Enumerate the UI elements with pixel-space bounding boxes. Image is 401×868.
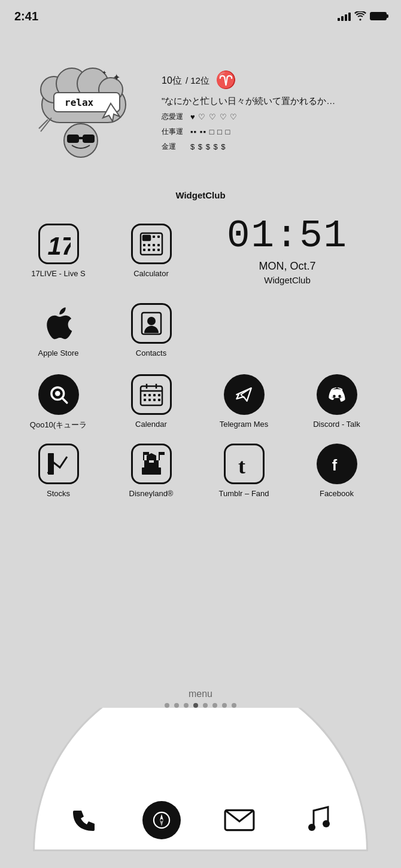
app-disneyland[interactable]: Disneyland®: [105, 438, 198, 503]
app-icon-17live: 17: [38, 224, 79, 264]
menu-dot-5[interactable]: [203, 703, 208, 708]
svg-rect-40: [153, 394, 156, 396]
app-stocks[interactable]: Stocks: [12, 438, 105, 503]
app-label-telegram: Telegram Mes: [220, 420, 269, 429]
app-calculator[interactable]: Calculator: [105, 218, 198, 283]
menu-dot-4[interactable]: [193, 703, 198, 708]
svg-rect-43: [148, 399, 151, 401]
app-label-stocks: Stocks: [47, 489, 70, 498]
app-icon-calendar: [131, 374, 172, 415]
app-row-1: 17 17LIVE - Live S: [0, 209, 401, 291]
svg-rect-58: [160, 452, 165, 455]
fortune-work: 仕事運 ▪▪ ▪▪ □ □ □: [162, 127, 383, 137]
menu-dots: [165, 703, 236, 708]
svg-rect-25: [143, 249, 145, 251]
menu-bottom-icons: [21, 780, 380, 851]
svg-text:f: f: [332, 457, 337, 473]
app-label-apple-store: Apple Store: [38, 349, 79, 357]
clock-time: 01:51: [227, 215, 348, 258]
menu-dot-8[interactable]: [232, 703, 236, 708]
svg-rect-54: [150, 456, 153, 460]
app-row-4: Stocks Disneyland®: [0, 438, 401, 503]
svg-text:t: t: [238, 454, 245, 477]
app-qoo10[interactable]: Qoo10(キューラ: [12, 368, 105, 435]
svg-point-30: [147, 317, 156, 325]
svg-text:✦: ✦: [113, 72, 120, 82]
app-icon-discord: [317, 374, 357, 415]
svg-marker-63: [160, 820, 163, 826]
svg-rect-38: [144, 394, 146, 396]
app-icon-disneyland: [131, 444, 172, 484]
menu-icon-music[interactable]: [298, 801, 336, 839]
status-time: 2:41: [14, 10, 38, 23]
svg-point-66: [323, 820, 330, 827]
zodiac-sign: ♈: [215, 70, 236, 90]
menu-arc-container: [21, 708, 380, 851]
app-label-calendar: Calendar: [135, 420, 167, 429]
svg-point-46: [333, 395, 336, 398]
menu-dot-6[interactable]: [212, 703, 217, 708]
svg-rect-13: [79, 137, 83, 139]
svg-rect-22: [148, 244, 150, 246]
signal-icon: [338, 11, 351, 21]
svg-rect-51: [149, 463, 154, 469]
app-icon-contacts: [131, 303, 172, 344]
svg-rect-39: [148, 394, 151, 396]
app-icon-facebook: f: [317, 444, 357, 484]
app-label-discord: Discord - Talk: [313, 420, 360, 429]
menu-dot-1[interactable]: [165, 703, 169, 708]
svg-point-32: [54, 391, 60, 396]
svg-rect-11: [67, 135, 79, 143]
svg-rect-41: [158, 394, 160, 396]
app-discord[interactable]: Discord - Talk: [290, 368, 383, 435]
app-apple-store[interactable]: Apple Store: [12, 297, 105, 362]
svg-rect-44: [153, 399, 156, 401]
app-label-tumblr: Tumblr – Fand: [218, 489, 269, 498]
app-icon-qoo10: [38, 374, 79, 415]
app-icon-stocks: [38, 444, 79, 484]
app-label-calculator: Calculator: [133, 269, 169, 278]
svg-text:✦: ✦: [102, 69, 107, 76]
widget-rank: 10位 / 12位: [162, 72, 209, 87]
menu-icon-compass[interactable]: [142, 801, 181, 839]
app-row-3: Qoo10(キューラ: [0, 368, 401, 435]
svg-rect-21: [143, 244, 145, 246]
app-tumblr[interactable]: t Tumblr – Fand: [198, 438, 290, 503]
app-calendar[interactable]: Calendar: [105, 368, 198, 435]
clock-widget: 01:51 MON, Oct.7 WidgetClub: [198, 209, 377, 291]
svg-text:relax: relax: [65, 97, 94, 108]
app-17live[interactable]: 17 17LIVE - Live S: [12, 218, 105, 283]
svg-rect-56: [159, 452, 160, 460]
widget-illustration: ✦ ✦ relax: [18, 45, 150, 176]
svg-rect-42: [144, 399, 146, 401]
svg-rect-24: [157, 244, 160, 246]
svg-point-47: [338, 395, 341, 398]
widget-quote: "なにかと忙しい日々が続いて置かれるか…: [162, 94, 383, 107]
status-icons: [338, 11, 387, 21]
app-telegram[interactable]: Telegram Mes: [198, 368, 290, 435]
app-label-17live: 17LIVE - Live S: [31, 269, 85, 278]
menu-dot-3[interactable]: [184, 703, 189, 708]
fortune-love: 恋愛運 ♥ ♡ ♡ ♡ ♡: [162, 112, 383, 122]
svg-rect-23: [153, 244, 155, 246]
svg-rect-55: [143, 452, 144, 460]
svg-rect-50: [144, 460, 149, 469]
menu-icon-mail[interactable]: [220, 801, 259, 839]
menu-icon-phone[interactable]: [65, 801, 103, 839]
app-contacts[interactable]: Contacts: [105, 297, 198, 362]
svg-point-65: [308, 824, 315, 831]
svg-rect-27: [153, 249, 155, 251]
app-icon-tumblr: t: [224, 444, 265, 484]
widget-club-label: WidgetClub: [0, 185, 401, 209]
svg-rect-57: [144, 452, 149, 455]
clock-date: MON, Oct.7: [259, 260, 315, 273]
svg-marker-62: [160, 814, 163, 820]
svg-text:17: 17: [47, 231, 70, 258]
app-facebook[interactable]: f Facebook: [290, 438, 383, 503]
menu-dot-7[interactable]: [222, 703, 227, 708]
app-icon-calculator: [131, 224, 172, 264]
menu-dot-2[interactable]: [174, 703, 179, 708]
svg-rect-18: [143, 236, 150, 240]
app-label-qoo10: Qoo10(キューラ: [30, 420, 87, 430]
clock-widget-label: WidgetClub: [264, 275, 311, 285]
